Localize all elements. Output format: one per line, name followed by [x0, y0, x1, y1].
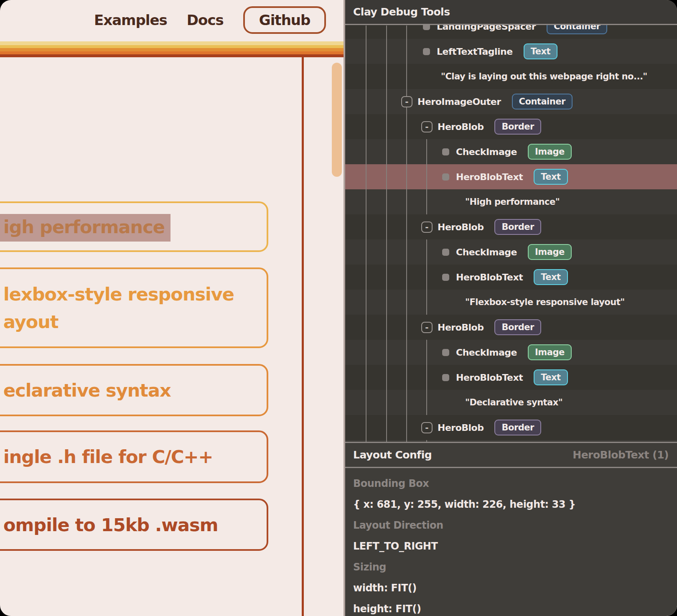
element-name: HeroBlobText: [456, 372, 523, 383]
element-name: CheckImage: [456, 247, 517, 257]
leaf-bullet-icon: [442, 173, 449, 181]
feature-box-text: ingle .h file for C/C++: [3, 443, 267, 471]
tree-row-quote: "Flexbox-style responsive layout": [345, 290, 677, 315]
tree-row-quote: "Clay is laying out this webpage right n…: [345, 64, 677, 89]
element-text-preview: "Declarative syntax": [465, 397, 562, 407]
config-field-label: Sizing: [353, 561, 386, 573]
config-field-label: Bounding Box: [353, 478, 429, 489]
config-field-value: height: FIT(): [353, 603, 421, 615]
leaf-bullet-icon: [442, 349, 449, 356]
feature-box-declarative-syntax: eclarative syntax: [0, 364, 268, 416]
debug-highlight-overlay: [0, 214, 171, 242]
collapse-button[interactable]: -: [421, 422, 433, 433]
element-name: HeroBlobText: [456, 172, 523, 182]
leaf-bullet-icon: [423, 48, 430, 55]
feature-box-flexbox-layout: lexbox-style responsive ayout: [0, 267, 268, 348]
indent-guide: [426, 440, 427, 442]
config-field-label: Layout Direction: [353, 519, 443, 531]
type-badge-text: Text: [524, 43, 557, 59]
leaf-bullet-icon: [442, 249, 449, 256]
tree-row-CheckImage[interactable]: CheckImageImage: [345, 239, 677, 265]
layout-config-body: Bounding Box{ x: 681, y: 255, width: 226…: [353, 469, 669, 616]
tree-row-HeroBlob[interactable]: -HeroBlobBorder: [345, 315, 677, 340]
collapse-button[interactable]: -: [421, 121, 433, 132]
panel-title: Clay Debug Tools: [353, 6, 450, 18]
tree-row-HeroBlobText[interactable]: HeroBlobTextText: [345, 265, 677, 290]
type-badge-image: Image: [528, 144, 572, 160]
collapse-button[interactable]: -: [421, 322, 433, 333]
element-name: HeroBlob: [438, 122, 484, 132]
feature-box-text: lexbox-style responsive: [3, 280, 267, 308]
element-name: HeroBlob: [438, 322, 484, 333]
element-text-preview: "High performance": [465, 197, 560, 207]
indent-guide: [386, 25, 387, 442]
nav-link-examples[interactable]: Examples: [94, 12, 167, 28]
indent-guide: [406, 25, 407, 442]
config-field-value: { x: 681, y: 255, width: 226, height: 33…: [353, 499, 575, 510]
scrollbar-thumb[interactable]: [332, 63, 342, 177]
leaf-bullet-icon: [442, 148, 449, 155]
element-name: HeroBlob: [438, 222, 484, 232]
tree-row-HeroBlobText[interactable]: HeroBlobTextText: [345, 365, 677, 390]
config-field-value: LEFT_TO_RIGHT: [353, 540, 438, 552]
panel-header: Clay Debug Tools: [345, 0, 677, 25]
clay-debug-panel: LandingPageSpacerContainerLeftTextTaglin…: [345, 0, 677, 616]
layout-config-title: Layout Config: [353, 449, 432, 461]
indent-guide: [426, 239, 427, 315]
type-badge-text: Text: [534, 269, 568, 285]
indent-guide: [426, 139, 427, 214]
indent-guide: [366, 25, 366, 442]
element-name: HeroBlob: [438, 423, 484, 433]
tree-row-HeroImageOuter[interactable]: -HeroImageOuterContainer: [345, 89, 677, 114]
type-badge-text: Text: [534, 369, 568, 385]
tree-row-CheckImage[interactable]: CheckImageImage: [345, 139, 677, 164]
tree-row-quote: "High performance": [345, 189, 677, 214]
layout-config-header: Layout Config HeroBlobText (1): [345, 442, 677, 468]
leaf-bullet-icon: [442, 374, 449, 381]
element-text-preview: "Flexbox-style responsive layout": [465, 297, 625, 307]
leaf-bullet-icon: [442, 274, 449, 281]
element-name: HeroBlobText: [456, 272, 523, 283]
type-badge-border: Border: [494, 219, 541, 235]
element-tree: LandingPageSpacerContainerLeftTextTaglin…: [345, 0, 677, 442]
tree-row-HeroBlob[interactable]: -HeroBlobBorder: [345, 114, 677, 139]
tree-row-CheckImage[interactable]: CheckImageImage: [345, 340, 677, 365]
type-badge-image: Image: [528, 244, 572, 260]
type-badge-border: Border: [494, 420, 541, 435]
feature-box-text: ompile to 15kb .wasm: [3, 511, 267, 539]
feature-box-text: ayout: [3, 308, 267, 336]
config-field-value: width: FIT(): [353, 582, 417, 594]
vertical-divider: [302, 57, 304, 616]
element-name: LeftTextTagline: [437, 46, 513, 57]
screen: Examples Docs Github igh performance lex…: [0, 0, 677, 616]
type-badge-border: Border: [494, 319, 541, 335]
element-name: HeroImageOuter: [417, 97, 501, 107]
selected-element-label: HeroBlobText (1): [573, 449, 669, 461]
feature-box-wasm: ompile to 15kb .wasm: [0, 499, 268, 551]
element-text-preview: "Clay is laying out this webpage right n…: [441, 71, 647, 81]
element-name: CheckImage: [456, 147, 517, 157]
type-badge-image: Image: [528, 344, 572, 360]
element-name: CheckImage: [456, 347, 517, 358]
tree-row-HeroBlob[interactable]: -HeroBlobBorder: [345, 415, 677, 440]
type-badge-text: Text: [534, 169, 568, 185]
tree-row-HeroBlobText[interactable]: HeroBlobTextText: [345, 164, 677, 189]
top-nav: Examples Docs Github: [94, 0, 326, 40]
collapse-button[interactable]: -: [401, 96, 412, 107]
type-badge-border: Border: [494, 119, 541, 135]
tree-row-LeftTextTagline[interactable]: LeftTextTaglineText: [345, 39, 677, 64]
github-button[interactable]: Github: [243, 6, 326, 34]
indent-guide: [426, 340, 427, 415]
collapse-button[interactable]: -: [421, 221, 433, 233]
tree-row-quote: "Declarative syntax": [345, 390, 677, 415]
tree-row-HeroBlob[interactable]: -HeroBlobBorder: [345, 214, 677, 239]
feature-box-text: eclarative syntax: [3, 377, 267, 404]
type-badge-container: Container: [512, 94, 573, 109]
feature-box-single-header: ingle .h file for C/C++: [0, 430, 268, 483]
nav-link-docs[interactable]: Docs: [187, 12, 224, 28]
